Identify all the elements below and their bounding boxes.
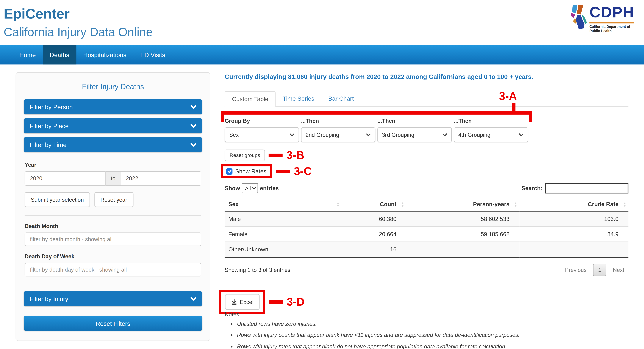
show-rates-label: Show Rates: [236, 168, 266, 174]
grouping-select-2-value: 2nd Grouping: [306, 132, 339, 138]
submit-year-button[interactable]: Submit year selection: [25, 192, 90, 207]
grouping-select-3-value: 3rd Grouping: [382, 132, 414, 138]
death-month-input[interactable]: [25, 232, 201, 246]
chevron-down-icon: [190, 105, 196, 109]
grouping-section: 3-A Group By ...Then ...Then ...Then Sex…: [225, 118, 628, 349]
search-input[interactable]: [545, 183, 628, 194]
chevron-down-icon: [190, 124, 196, 128]
annotation-3c-dash: [276, 170, 290, 173]
reset-groups-button[interactable]: Reset groups: [225, 150, 265, 161]
annotation-3c-box: Show Rates: [221, 164, 272, 178]
cell-sex: Other/Unknown: [225, 242, 342, 257]
grouping-select-1[interactable]: Sex: [225, 127, 299, 142]
chevron-down-icon: [442, 133, 447, 136]
excel-button[interactable]: Excel: [225, 294, 260, 310]
filter-panel-title: Filter Injury Deaths: [24, 82, 202, 91]
column-header-person-years[interactable]: Person-years ▲▼: [406, 198, 520, 211]
cell-sex: Male: [225, 211, 342, 226]
accordion-label: Filter by Injury: [30, 295, 68, 302]
accordion-label: Filter by Person: [30, 103, 72, 110]
notes-section: Notes: Unlisted rows have zero injuries.…: [225, 311, 628, 349]
notes-list: Unlisted rows have zero injuries. Rows w…: [225, 320, 621, 349]
page: EpiCenter California Injury Data Online …: [0, 0, 644, 349]
column-header-sex[interactable]: Sex ▲▼: [225, 198, 342, 211]
tab-bar-chart[interactable]: Bar Chart: [321, 91, 361, 106]
logo-caption-line1: California Department of: [590, 25, 630, 29]
reset-filters-button[interactable]: Reset Filters: [24, 316, 202, 330]
cell-crude-rate: 34.9: [520, 226, 628, 242]
logo-rule: [590, 22, 634, 23]
nav-item-hospitalizations[interactable]: Hospitalizations: [76, 45, 133, 64]
chevron-down-icon: [190, 143, 196, 146]
cell-crude-rate: 103.0: [520, 211, 628, 226]
grouping-select-4[interactable]: 4th Grouping: [454, 127, 528, 142]
chevron-down-icon: [290, 133, 294, 136]
table-row: Female 20,664 59,185,662 34.9: [225, 226, 628, 242]
column-header-crude-rate[interactable]: Crude Rate ▲▼: [520, 198, 628, 211]
cell-person-years: 59,185,662: [406, 226, 520, 242]
accordion-label: Filter by Time: [30, 141, 66, 148]
search-label: Search:: [522, 185, 542, 192]
pagination-page-1[interactable]: 1: [593, 264, 606, 276]
nav-bar: Home Deaths Hospitalizations ED Visits: [0, 45, 644, 64]
grouping-select-1-value: Sex: [229, 132, 239, 138]
then-label-4: ...Then: [454, 118, 528, 124]
page-header: EpiCenter California Injury Data Online …: [0, 0, 644, 45]
show-entries-label: Show: [225, 185, 240, 192]
cell-person-years: [406, 242, 520, 257]
accordion-filter-by-time[interactable]: Filter by Time: [24, 137, 202, 152]
results-table: Sex ▲▼ Count ▲▼ Person-years ▲▼: [225, 198, 628, 258]
table-header-row: Sex ▲▼ Count ▲▼ Person-years ▲▼: [225, 198, 628, 211]
column-header-count[interactable]: Count ▲▼: [342, 198, 406, 211]
pagination-previous[interactable]: Previous: [561, 267, 591, 273]
accordion-filter-by-person[interactable]: Filter by Person: [24, 100, 202, 114]
table-row: Other/Unknown 16: [225, 242, 628, 257]
excel-button-label: Excel: [240, 299, 254, 305]
entries-select-value: All: [245, 185, 251, 191]
pagination-next[interactable]: Next: [609, 267, 628, 273]
app-subtitle: California Injury Data Online: [4, 26, 153, 39]
nav-item-deaths[interactable]: Deaths: [43, 45, 76, 64]
filter-panel: Filter Injury Deaths Filter by Person Fi…: [16, 72, 210, 341]
divider: [25, 215, 201, 216]
year-to-addon: to: [105, 171, 121, 186]
death-month-label: Death Month: [25, 223, 201, 229]
grouping-select-2[interactable]: 2nd Grouping: [301, 127, 376, 142]
california-icon: [570, 4, 588, 30]
chevron-down-icon: [519, 133, 524, 136]
cdph-logo: CDPH California Department of Public Hea…: [570, 4, 634, 33]
grouping-selects: Sex 2nd Grouping 3rd Grouping 4th Groupi…: [225, 127, 628, 142]
nav-item-ed-visits[interactable]: ED Visits: [133, 45, 172, 64]
grouping-select-3[interactable]: 3rd Grouping: [378, 127, 452, 142]
then-label-2: ...Then: [301, 118, 376, 124]
logo-caption-line2: Public Health: [590, 29, 612, 33]
sort-icon: ▲▼: [401, 202, 404, 208]
cell-sex: Female: [225, 226, 342, 242]
annotation-3d-label: 3-D: [287, 296, 305, 308]
check-icon: [227, 170, 231, 173]
death-day-of-week-input[interactable]: [25, 263, 201, 276]
download-icon: [231, 299, 237, 305]
chevron-down-icon: [366, 133, 371, 136]
tab-custom-table[interactable]: Custom Table: [225, 91, 276, 107]
grouping-select-4-value: 4th Grouping: [458, 132, 490, 138]
cell-person-years: 58,602,533: [406, 211, 520, 226]
filter-time-body: Year to Submit year selection Reset year…: [24, 156, 202, 291]
chevron-down-icon: [252, 187, 256, 189]
tab-time-series[interactable]: Time Series: [276, 91, 321, 106]
year-label: Year: [25, 162, 201, 168]
accordion-filter-by-injury[interactable]: Filter by Injury: [24, 291, 202, 306]
cell-count: 16: [342, 242, 406, 257]
note-item: Rows with injury counts that appear blan…: [237, 331, 621, 340]
annotation-3c-label: 3-C: [294, 166, 312, 177]
year-from-input[interactable]: [25, 171, 106, 186]
summary-text: Currently displaying 81,060 injury death…: [225, 73, 628, 80]
show-rates-checkbox[interactable]: [226, 168, 232, 174]
nav-item-home[interactable]: Home: [12, 45, 43, 64]
note-item: Rows with injury rates that appear blank…: [237, 342, 621, 349]
year-range-group: to: [25, 171, 201, 186]
entries-select[interactable]: All: [242, 183, 258, 193]
reset-year-button[interactable]: Reset year: [94, 192, 134, 207]
accordion-filter-by-place[interactable]: Filter by Place: [24, 118, 202, 133]
year-to-input[interactable]: [121, 171, 201, 186]
